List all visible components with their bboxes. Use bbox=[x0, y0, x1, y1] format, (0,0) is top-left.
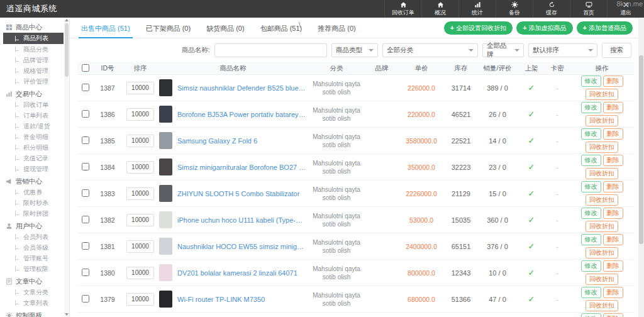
sort-input[interactable] bbox=[126, 240, 154, 253]
recycle-discount-button[interactable]: 回收折扣 bbox=[586, 168, 618, 179]
delete-button[interactable]: 删除 bbox=[603, 181, 623, 192]
sidebar-section-title-marketing[interactable]: 营销中心 bbox=[0, 176, 69, 187]
delete-button[interactable]: 删除 bbox=[603, 155, 623, 166]
tab[interactable]: 已下架商品 (0) bbox=[140, 19, 197, 38]
sidebar-item[interactable]: 积分明细 bbox=[0, 142, 69, 153]
sidebar-item[interactable]: 会员等级 bbox=[0, 242, 69, 253]
sidebar-item[interactable]: 充值记录 bbox=[0, 153, 69, 164]
sort-order-select[interactable]: 默认排序 bbox=[528, 43, 597, 57]
edit-button[interactable]: 修改 bbox=[581, 313, 601, 317]
product-name-link[interactable]: ZHIYUN SLOOTH 5 Combo Stabilizator bbox=[177, 190, 299, 197]
header-action-button[interactable]: + 全部设置回收折扣 bbox=[444, 21, 513, 35]
sidebar-item[interactable]: 提现管理 bbox=[0, 164, 69, 174]
sidebar-item[interactable]: 资金明细 bbox=[0, 131, 69, 142]
product-name-link[interactable]: DV201 bolalar kamerasi 2 linzali 64071 bbox=[177, 269, 297, 277]
edit-button[interactable]: 修改 bbox=[581, 75, 601, 87]
sort-input[interactable] bbox=[126, 267, 154, 279]
product-thumbnail[interactable] bbox=[159, 238, 172, 255]
sidebar-item[interactable]: 商品列表 bbox=[3, 33, 64, 44]
recycle-discount-button[interactable]: 回收折扣 bbox=[586, 274, 618, 285]
delete-button[interactable]: 删除 bbox=[603, 234, 623, 245]
product-thumbnail[interactable] bbox=[159, 79, 172, 96]
sidebar-section-title-user[interactable]: 用户中心 bbox=[0, 221, 69, 231]
product-thumbnail[interactable] bbox=[159, 264, 172, 281]
row-checkbox[interactable] bbox=[82, 189, 89, 197]
sidebar-item[interactable]: 会员列表 bbox=[0, 231, 69, 242]
edit-button[interactable]: 修改 bbox=[581, 208, 601, 219]
sidebar-section-title-goods[interactable]: 商品中心 bbox=[0, 22, 69, 33]
delete-button[interactable]: 删除 bbox=[603, 102, 623, 113]
product-name-link[interactable]: Samsung Galaxy Z Fold 6 bbox=[177, 137, 257, 145]
sort-input[interactable] bbox=[126, 214, 154, 226]
product-name-link[interactable]: Simsiz minigarnituralar Borofone BO27 63… bbox=[177, 164, 307, 171]
page-scrollbar[interactable] bbox=[638, 18, 644, 317]
sidebar-section-title-article[interactable]: 文章中心 bbox=[0, 276, 69, 287]
sort-input[interactable] bbox=[126, 187, 154, 200]
delete-button[interactable]: 删除 bbox=[603, 75, 623, 87]
row-checkbox[interactable] bbox=[82, 163, 89, 170]
delete-button[interactable]: 删除 bbox=[603, 313, 623, 317]
product-name-link[interactable]: Borofone BJ53A Power portativ batareyasi… bbox=[177, 111, 307, 118]
sidebar-item[interactable]: 文章分类 bbox=[0, 287, 69, 298]
sidebar-item[interactable]: 订单列表 bbox=[0, 110, 69, 121]
edit-button[interactable]: 修改 bbox=[581, 128, 601, 140]
product-thumbnail[interactable] bbox=[159, 158, 172, 175]
sidebar-item[interactable]: 管理权限 bbox=[0, 264, 69, 274]
product-thumbnail[interactable] bbox=[159, 185, 172, 202]
edit-button[interactable]: 修改 bbox=[581, 234, 601, 245]
sidebar-item[interactable]: 限时拼团 bbox=[0, 208, 69, 219]
topbar-statistics[interactable]: 统计 bbox=[458, 0, 496, 18]
edit-button[interactable]: 修改 bbox=[581, 102, 601, 113]
topbar-cache[interactable]: 缓存 bbox=[533, 0, 570, 18]
category-select[interactable]: 全部分类 bbox=[382, 43, 478, 57]
recycle-discount-button[interactable]: 回收折扣 bbox=[586, 247, 618, 259]
product-name-link[interactable]: iPhone uchun hoco U111 kabeli (Type-C to… bbox=[177, 216, 307, 224]
app-title[interactable]: 逍遥商城系统 bbox=[0, 0, 57, 18]
sidebar-section-title-trade[interactable]: 交易中心 bbox=[0, 89, 69, 99]
product-thumbnail[interactable] bbox=[159, 132, 172, 149]
sidebar-section-title-panel[interactable]: 控制面板 bbox=[0, 310, 69, 317]
edit-button[interactable]: 修改 bbox=[581, 155, 601, 166]
sort-input[interactable] bbox=[126, 161, 154, 174]
sidebar-item[interactable]: 评价管理 bbox=[0, 76, 69, 87]
product-type-select[interactable]: 商品类型 bbox=[331, 43, 378, 57]
row-checkbox[interactable] bbox=[82, 242, 89, 250]
recycle-discount-button[interactable]: 回收折扣 bbox=[586, 221, 618, 232]
edit-button[interactable]: 修改 bbox=[581, 181, 601, 192]
sidebar-item[interactable]: 商品分类 bbox=[0, 44, 69, 55]
topbar-backup[interactable]: 备份 bbox=[496, 0, 533, 18]
edit-button[interactable]: 修改 bbox=[581, 260, 601, 272]
sidebar-item[interactable]: 管理账号 bbox=[0, 253, 69, 264]
scroll-up-icon[interactable] bbox=[65, 19, 69, 21]
topbar-recycle-orders[interactable]: 回收订单 bbox=[384, 0, 421, 18]
delete-button[interactable]: 删除 bbox=[603, 260, 623, 272]
row-checkbox[interactable] bbox=[82, 136, 89, 144]
recycle-discount-button[interactable]: 回收折扣 bbox=[586, 194, 618, 206]
header-action-button[interactable]: + 添加虚拟商品 bbox=[516, 21, 572, 35]
sidebar-item[interactable]: 限时秒杀 bbox=[0, 197, 69, 208]
header-action-button[interactable]: + 添加普通商品 bbox=[577, 21, 633, 35]
product-thumbnail[interactable] bbox=[159, 211, 172, 228]
delete-button[interactable]: 删除 bbox=[603, 208, 623, 219]
product-name-link[interactable]: Simsiz naushniklar Defender B525 bluetoo… bbox=[177, 84, 307, 92]
sidebar-item[interactable]: 品牌管理 bbox=[0, 55, 69, 65]
product-thumbnail[interactable] bbox=[159, 291, 172, 308]
sidebar-item[interactable]: 退款/退货 bbox=[0, 121, 69, 131]
sidebar-item[interactable]: 优惠券 bbox=[0, 187, 69, 197]
row-checkbox[interactable] bbox=[82, 269, 89, 276]
edit-button[interactable]: 修改 bbox=[581, 287, 601, 298]
sort-input[interactable] bbox=[126, 82, 154, 94]
delete-button[interactable]: 删除 bbox=[603, 287, 623, 298]
page-scrollbar-thumb[interactable] bbox=[639, 55, 643, 244]
product-name-input[interactable] bbox=[214, 43, 327, 57]
tab[interactable]: 推荐商品 (0) bbox=[311, 19, 362, 38]
row-checkbox[interactable] bbox=[82, 84, 89, 91]
topbar-homepage[interactable]: 首页 bbox=[570, 0, 607, 18]
brand-select[interactable]: 全部品牌 bbox=[482, 43, 524, 57]
product-name-link[interactable]: Naushniklar HOCO EW55 simsiz minigarnitu… bbox=[177, 243, 307, 250]
sort-input[interactable] bbox=[126, 135, 154, 147]
sort-input[interactable] bbox=[126, 108, 154, 121]
tab[interactable]: 出售中商品 (51) bbox=[75, 19, 136, 38]
recycle-discount-button[interactable]: 回收折扣 bbox=[586, 300, 618, 311]
sidebar-item[interactable]: 文章列表 bbox=[0, 298, 69, 308]
